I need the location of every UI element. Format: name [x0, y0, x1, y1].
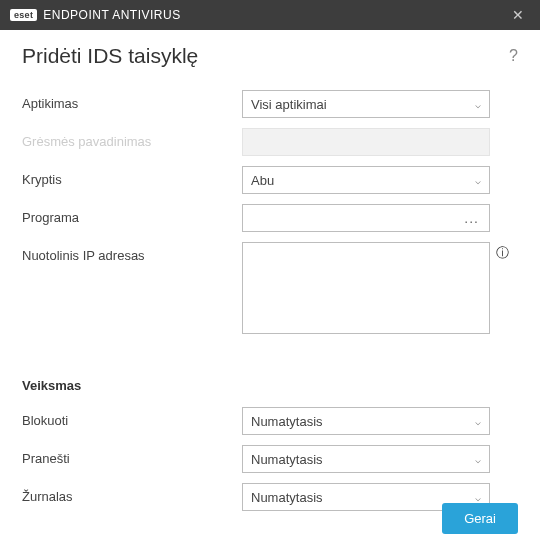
- row-program: Programa ...: [22, 204, 518, 232]
- brand-text: ENDPOINT ANTIVIRUS: [43, 8, 180, 22]
- label-block: Blokuoti: [22, 407, 242, 428]
- close-icon[interactable]: ✕: [506, 5, 530, 25]
- help-icon[interactable]: ?: [509, 47, 518, 65]
- chevron-down-icon: ⌵: [475, 175, 481, 186]
- label-notify: Pranešti: [22, 445, 242, 466]
- row-threat-name: Grėsmės pavadinimas: [22, 128, 518, 156]
- select-block[interactable]: Numatytasis ⌵: [242, 407, 490, 435]
- brand-badge: eset: [10, 9, 37, 21]
- content: Pridėti IDS taisyklę ? Aptikimas Visi ap…: [0, 30, 540, 537]
- select-log-value: Numatytasis: [251, 490, 323, 505]
- chevron-down-icon: ⌵: [475, 99, 481, 110]
- select-detection-value: Visi aptikimai: [251, 97, 327, 112]
- label-log: Žurnalas: [22, 483, 242, 504]
- chevron-down-icon: ⌵: [475, 454, 481, 465]
- select-direction-value: Abu: [251, 173, 274, 188]
- textarea-remote-ip[interactable]: [242, 242, 490, 334]
- section-heading-action: Veiksmas: [22, 378, 518, 393]
- chevron-down-icon: ⌵: [475, 416, 481, 427]
- select-detection[interactable]: Visi aptikimai ⌵: [242, 90, 490, 118]
- select-notify-value: Numatytasis: [251, 452, 323, 467]
- row-remote-ip: Nuotolinis IP adresas ⓘ: [22, 242, 518, 334]
- label-direction: Kryptis: [22, 166, 242, 187]
- footer: Gerai: [442, 503, 518, 534]
- page-title: Pridėti IDS taisyklę: [22, 44, 198, 68]
- input-threat-name: [242, 128, 490, 156]
- select-block-value: Numatytasis: [251, 414, 323, 429]
- row-block: Blokuoti Numatytasis ⌵: [22, 407, 518, 435]
- titlebar: eset ENDPOINT ANTIVIRUS ✕: [0, 0, 540, 30]
- row-notify: Pranešti Numatytasis ⌵: [22, 445, 518, 473]
- row-direction: Kryptis Abu ⌵: [22, 166, 518, 194]
- select-direction[interactable]: Abu ⌵: [242, 166, 490, 194]
- row-detection: Aptikimas Visi aptikimai ⌵: [22, 90, 518, 118]
- select-notify[interactable]: Numatytasis ⌵: [242, 445, 490, 473]
- ok-button[interactable]: Gerai: [442, 503, 518, 534]
- label-detection: Aptikimas: [22, 90, 242, 111]
- input-program[interactable]: ...: [242, 204, 490, 232]
- label-program: Programa: [22, 204, 242, 225]
- label-remote-ip: Nuotolinis IP adresas: [22, 242, 242, 263]
- info-icon[interactable]: ⓘ: [496, 242, 509, 262]
- ellipsis-icon: ...: [464, 210, 479, 226]
- label-threat-name: Grėsmės pavadinimas: [22, 128, 242, 149]
- chevron-down-icon: ⌵: [475, 492, 481, 503]
